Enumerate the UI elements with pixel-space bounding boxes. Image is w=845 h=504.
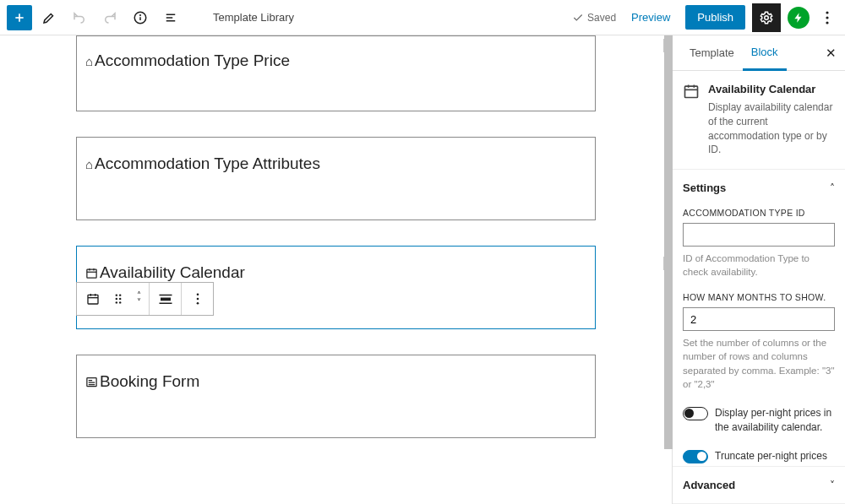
kebab-icon <box>196 293 199 305</box>
undo-icon <box>72 10 87 25</box>
calendar-icon <box>86 292 100 306</box>
svg-rect-18 <box>89 382 95 382</box>
block-attributes-title: Accommodation Type Attributes <box>95 154 320 173</box>
block-availability-title: Availability Calendar <box>100 263 245 282</box>
svg-point-9 <box>826 11 828 14</box>
block-attributes[interactable]: ⌂ Accommodation Type Attributes <box>76 137 596 220</box>
svg-point-25 <box>119 294 121 295</box>
advanced-panel-toggle[interactable]: Advanced ˅ <box>683 479 835 491</box>
list-icon <box>163 10 178 25</box>
block-toolbar: ˄ ˅ <box>76 282 214 316</box>
block-booking[interactable]: Booking Form <box>76 355 596 438</box>
tab-block[interactable]: Block <box>743 35 787 71</box>
add-block-button[interactable] <box>7 5 32 30</box>
svg-rect-30 <box>159 295 172 296</box>
house-icon: ⌂ <box>85 54 93 68</box>
svg-point-27 <box>119 298 121 300</box>
chevron-up-icon: ˄ <box>830 182 835 194</box>
form-icon <box>85 376 98 388</box>
pencil-icon <box>41 10 57 25</box>
more-menu-button[interactable] <box>816 3 838 32</box>
undo-button[interactable] <box>66 4 93 31</box>
bolt-icon <box>793 12 804 24</box>
svg-point-28 <box>116 301 117 303</box>
block-align-button[interactable] <box>150 283 181 315</box>
editor-canvas[interactable]: ⌂ Accommodation Type Price ⌂ Accommodati… <box>0 35 672 504</box>
document-title: Template Library <box>213 11 294 24</box>
calendar-icon <box>85 267 98 279</box>
sidebar-scrollbar[interactable] <box>664 35 673 504</box>
block-booking-title: Booking Form <box>100 372 199 391</box>
field-help: ID of Accommodation Type to check availa… <box>683 252 835 279</box>
block-type-button[interactable] <box>77 283 108 315</box>
block-more-button[interactable] <box>182 283 213 315</box>
field-label: ACCOMMODATION TYPE ID <box>683 208 835 218</box>
months-input[interactable] <box>683 307 835 331</box>
svg-point-33 <box>196 293 199 295</box>
settings-panel-title: Settings <box>683 182 726 194</box>
publish-button[interactable]: Publish <box>685 5 745 30</box>
info-button[interactable] <box>127 4 154 31</box>
advanced-panel-title: Advanced <box>683 479 735 491</box>
outline-button[interactable] <box>157 4 184 31</box>
toggle-truncate: Truncate per-night prices in the availab… <box>683 449 835 467</box>
tab-template[interactable]: Template <box>681 36 743 69</box>
preview-button[interactable]: Preview <box>623 6 679 29</box>
gear-icon <box>759 10 774 25</box>
block-price[interactable]: ⌂ Accommodation Type Price <box>76 35 596 111</box>
saved-label: Saved <box>587 12 616 24</box>
edit-mode-button[interactable] <box>35 4 63 31</box>
toggle-display-prices[interactable] <box>683 407 708 420</box>
svg-point-11 <box>826 21 828 24</box>
settings-panel-toggle[interactable]: Settings ˄ <box>683 182 835 194</box>
redo-icon <box>102 10 117 25</box>
block-info-description: Display availability calendar of the cur… <box>708 100 835 157</box>
svg-point-24 <box>116 294 117 295</box>
svg-rect-17 <box>89 380 92 381</box>
calendar-icon <box>683 83 700 157</box>
toggle-label: Truncate per-night prices in the availab… <box>715 449 835 467</box>
editor-top-bar: Template Library Saved Preview Publish <box>0 0 845 35</box>
chevron-down-icon: ˅ <box>137 299 141 306</box>
svg-point-34 <box>196 298 199 301</box>
topbar-right-tools: Saved Preview Publish <box>572 3 838 32</box>
settings-panel: Settings ˄ ACCOMMODATION TYPE ID ID of A… <box>673 170 845 467</box>
field-accommodation-id: ACCOMMODATION TYPE ID ID of Accommodatio… <box>683 208 835 279</box>
svg-point-8 <box>765 15 769 19</box>
settings-sidebar: Template Block ✕ Availability Calendar D… <box>672 35 845 504</box>
svg-point-35 <box>196 302 199 305</box>
svg-rect-12 <box>87 269 96 278</box>
jetpack-button[interactable] <box>788 7 810 29</box>
svg-rect-32 <box>159 303 172 305</box>
block-info-title: Availability Calendar <box>708 83 835 95</box>
field-help: Set the number of columns or the number … <box>683 336 835 390</box>
accommodation-id-input[interactable] <box>683 223 835 247</box>
kebab-icon <box>826 11 829 24</box>
svg-point-26 <box>116 298 117 300</box>
sidebar-tabs: Template Block ✕ <box>673 35 845 71</box>
redo-button[interactable] <box>96 4 123 31</box>
svg-rect-36 <box>685 86 698 97</box>
drag-icon <box>114 293 123 305</box>
svg-point-29 <box>119 301 121 303</box>
svg-rect-19 <box>89 384 95 385</box>
toggle-label: Display per-night prices in the availabi… <box>715 406 835 435</box>
close-sidebar-button[interactable]: ✕ <box>826 46 837 61</box>
svg-rect-20 <box>88 295 98 304</box>
field-months: HOW MANY MONTHS TO SHOW. Set the number … <box>683 292 835 390</box>
toggle-truncate-prices[interactable] <box>683 450 708 463</box>
block-info-section: Availability Calendar Display availabili… <box>673 71 845 170</box>
svg-point-4 <box>140 14 141 15</box>
chevron-down-icon: ˅ <box>830 480 835 491</box>
svg-rect-31 <box>161 298 171 301</box>
block-move-buttons[interactable]: ˄ ˅ <box>128 283 149 315</box>
field-label: HOW MANY MONTHS TO SHOW. <box>683 292 835 302</box>
house-icon: ⌂ <box>85 157 93 171</box>
settings-button[interactable] <box>752 3 781 32</box>
block-drag-handle[interactable] <box>108 283 128 315</box>
toggle-prices: Display per-night prices in the availabi… <box>683 406 835 435</box>
svg-point-10 <box>826 16 828 19</box>
check-icon <box>572 12 584 24</box>
plus-icon <box>13 11 26 24</box>
block-price-title: Accommodation Type Price <box>95 51 290 70</box>
